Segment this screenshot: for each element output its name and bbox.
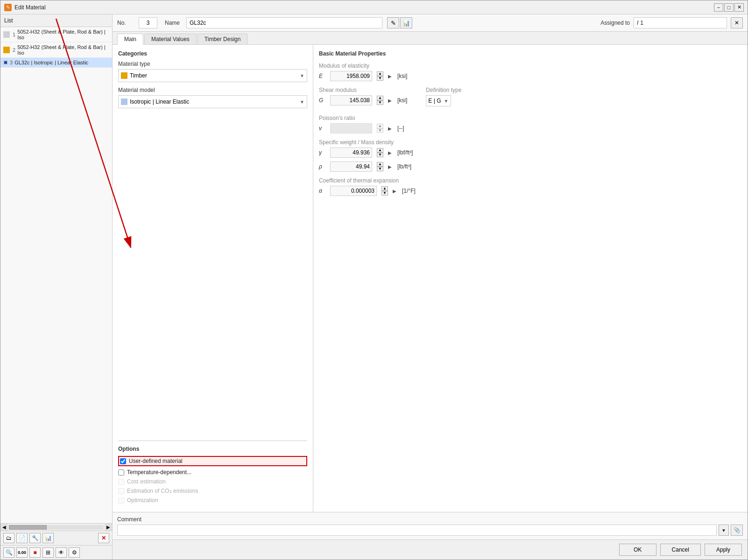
color-button[interactable]: ■ — [29, 547, 41, 558]
categories-section: Categories Material type Timber ▼ — [113, 45, 313, 512]
settings-button[interactable]: ⚙ — [69, 547, 80, 558]
list-item-text: 5052-H32 (Sheet & Plate, Rod & Bar) | Is… — [17, 29, 109, 40]
title-bar: ✎ Edit Material − □ ✕ — [0, 0, 748, 14]
gamma-up-btn[interactable]: ▲ — [377, 148, 383, 153]
shear-two-col: Shear modulus G ▲ ▼ ▶ — [319, 87, 742, 109]
scroll-track — [9, 525, 104, 530]
number-field: No. — [117, 17, 157, 28]
modulus-up-btn[interactable]: ▲ — [377, 71, 383, 76]
optimization-checkbox-row: Optimization — [118, 497, 307, 504]
tab-main[interactable]: Main — [117, 34, 143, 45]
rho-arrow[interactable]: ▶ — [388, 164, 392, 169]
thermal-unit: [1/°F] — [402, 188, 416, 194]
grid-button[interactable]: ⊞ — [42, 547, 54, 558]
scroll-right-button[interactable]: ▶ — [105, 524, 112, 531]
name-input[interactable] — [186, 17, 382, 28]
import-button[interactable]: 🔧 — [29, 533, 41, 543]
tab-material-values[interactable]: Material Values — [144, 34, 197, 44]
tab-timber-design[interactable]: Timber Design — [198, 34, 248, 44]
poisson-label: Poisson's ratio — [319, 115, 742, 121]
shear-symbol: G — [319, 97, 326, 104]
header-row: No. Name ✎ 📊 Assigned to — [113, 14, 748, 32]
shear-arrow[interactable]: ▶ — [388, 98, 392, 103]
options-title: Options — [118, 446, 307, 452]
thermal-symbol: α — [319, 188, 326, 194]
list-item[interactable]: 3 GL32c | Isotropic | Linear Elastic — [0, 58, 112, 68]
gamma-unit: [lbf/ft³] — [397, 149, 413, 156]
thermal-up-btn[interactable]: ▲ — [381, 186, 388, 191]
chart-button[interactable]: 📊 — [400, 17, 412, 28]
view-button[interactable]: 👁 — [56, 547, 67, 558]
gamma-arrow[interactable]: ▶ — [388, 150, 392, 155]
optimization-checkbox — [118, 497, 124, 504]
cancel-button[interactable]: Cancel — [660, 544, 701, 556]
new-material-button[interactable]: 🗂 — [3, 533, 14, 543]
gamma-row: γ ▲ ▼ ▶ [lbf/ft³] — [319, 147, 742, 158]
list-item-text: GL32c | Isotropic | Linear Elastic — [14, 60, 88, 65]
list-item-text: 5052-H32 (Sheet & Plate, Rod & Bar) | Is… — [17, 44, 109, 56]
thermal-arrow[interactable]: ▶ — [393, 189, 396, 194]
comment-section: Comment ▼ 📎 — [113, 512, 748, 539]
list-item-color — [3, 31, 10, 38]
material-list-panel: List 1 5052-H32 (Sheet & Plate, Rod & Ba… — [0, 14, 113, 560]
list-item[interactable]: 2 5052-H32 (Sheet & Plate, Rod & Bar) | … — [0, 42, 112, 58]
comment-input[interactable] — [117, 525, 717, 536]
modulus-input[interactable] — [330, 71, 372, 81]
export-button[interactable]: 📊 — [42, 533, 54, 543]
poisson-arrow[interactable]: ▶ — [388, 126, 392, 131]
list-item[interactable]: 1 5052-H32 (Sheet & Plate, Rod & Bar) | … — [0, 27, 112, 42]
rho-up-btn[interactable]: ▲ — [377, 162, 383, 167]
rho-down-btn[interactable]: ▼ — [377, 167, 383, 171]
user-defined-checkbox[interactable] — [120, 458, 126, 464]
rho-row: ρ ▲ ▼ ▶ [lb/ft³] — [319, 161, 742, 172]
cost-estimation-checkbox-row: Cost estimation — [118, 478, 307, 485]
assigned-to-value: I 1 — [634, 17, 727, 28]
thermal-input[interactable] — [330, 186, 377, 196]
material-model-select[interactable]: Isotropic | Linear Elastic — [118, 95, 307, 108]
temperature-dependent-checkbox[interactable] — [118, 469, 124, 476]
window-title: Edit Material — [14, 4, 46, 11]
copy-material-button[interactable]: 📄 — [16, 533, 28, 543]
modulus-arrow[interactable]: ▶ — [388, 74, 392, 79]
list-item-color — [3, 60, 8, 65]
list-item-color — [3, 47, 10, 53]
maximize-button[interactable]: □ — [724, 3, 734, 12]
delete-material-button[interactable]: ✕ — [98, 533, 109, 543]
apply-button[interactable]: Apply — [705, 544, 742, 556]
comment-attachment-button[interactable]: 📎 — [731, 525, 743, 536]
material-type-field: Material type Timber ▼ — [118, 61, 307, 82]
gamma-spinner: ▲ ▼ — [377, 148, 383, 157]
poisson-unit: [--] — [397, 125, 404, 132]
thermal-group: Coefficient of thermal expansion α ▲ ▼ ▶… — [319, 177, 742, 196]
definition-type-select[interactable]: E | G — [426, 95, 451, 106]
shear-input[interactable] — [330, 95, 372, 105]
minimize-button[interactable]: − — [714, 3, 723, 12]
material-type-select-wrapper: Timber ▼ — [118, 69, 307, 82]
scroll-thumb — [9, 525, 47, 530]
shear-down-btn[interactable]: ▼ — [377, 100, 383, 105]
scroll-left-button[interactable]: ◀ — [0, 524, 8, 531]
ok-button[interactable]: OK — [619, 544, 656, 556]
close-button[interactable]: ✕ — [734, 3, 744, 12]
cost-estimation-label: Cost estimation — [127, 478, 166, 485]
rho-input[interactable] — [330, 161, 372, 172]
thermal-down-btn[interactable]: ▼ — [381, 191, 388, 196]
list-toolbar: 🗂 📄 🔧 📊 ✕ — [0, 531, 112, 545]
thermal-row: α ▲ ▼ ▶ [1/°F] — [319, 186, 742, 196]
specific-weight-label: Specific weight / Mass density — [319, 139, 742, 146]
rho-symbol: ρ — [319, 163, 326, 170]
comment-dropdown-btn[interactable]: ▼ — [719, 525, 729, 536]
basic-props-title: Basic Material Properties — [319, 50, 742, 57]
material-type-select[interactable]: Timber — [118, 69, 307, 82]
assigned-to-close-button[interactable]: ✕ — [731, 17, 743, 28]
number-display-button[interactable]: 0.00 — [16, 547, 28, 558]
shear-up-btn[interactable]: ▲ — [377, 96, 383, 100]
definition-type-select-wrapper: E | G ▼ — [426, 95, 451, 106]
modulus-down-btn[interactable]: ▼ — [377, 76, 383, 81]
edit-name-button[interactable]: ✎ — [387, 17, 399, 28]
search-button[interactable]: 🔍 — [3, 547, 14, 558]
gamma-down-btn[interactable]: ▼ — [377, 153, 383, 157]
no-input[interactable] — [139, 17, 157, 28]
list-item-number: 3 — [10, 60, 13, 65]
gamma-input[interactable] — [330, 147, 372, 158]
